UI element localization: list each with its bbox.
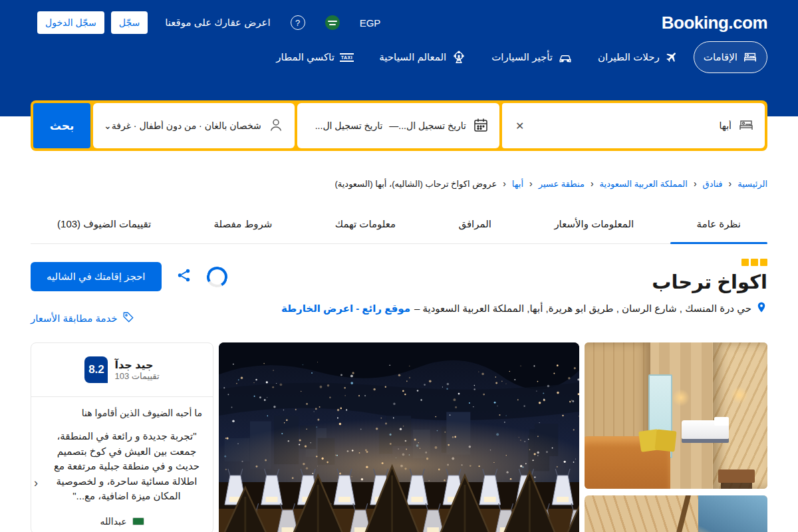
guests-field[interactable]: شخصان بالغان · من دون أطفال · غرفة ⌄: [93, 103, 295, 148]
nav-car-rentals[interactable]: تأجير السيارات: [481, 41, 583, 73]
question-mark-icon: ?: [291, 15, 305, 30]
loading-spinner: [204, 264, 229, 289]
header-top-row: Booking.com EGP ? اعرض عقارك على موقعنا …: [31, 0, 767, 35]
breadcrumb-separator: ‹: [529, 178, 533, 189]
photo-decor: [655, 430, 677, 452]
plane-icon: [665, 51, 678, 64]
bed-icon: [743, 50, 757, 65]
tab-guest-reviews[interactable]: تقييمات الضيوف (103): [31, 209, 178, 243]
breadcrumb-country[interactable]: المملكة العربية السعودية: [600, 179, 688, 189]
nav-flights[interactable]: رحلات الطيران: [588, 42, 688, 72]
nav-label: المعالم السياحية: [379, 51, 446, 63]
tab-overview[interactable]: نظرة عامة: [670, 209, 767, 243]
breadcrumb-city[interactable]: أبها: [512, 179, 523, 189]
property-title: اكواخ ترحاب: [227, 271, 767, 293]
breadcrumb-region[interactable]: منطقة عسير: [539, 179, 585, 189]
breadcrumb-current: عروض اكواخ ترحاب (الشاليه)، أبها (السعود…: [334, 179, 497, 189]
photo-decor: [698, 495, 768, 532]
chevron-down-icon: ⌄: [104, 120, 112, 131]
photo-decor: [718, 469, 755, 483]
calendar-icon: [473, 117, 489, 135]
photo-decor: [672, 389, 690, 406]
dates-separator: —: [389, 120, 398, 131]
nav-label: تاكسي المطار: [276, 51, 334, 63]
help-button[interactable]: ?: [291, 15, 305, 30]
reviewer-name: عبدالله: [100, 516, 126, 527]
photo-decor: [713, 342, 768, 489]
taxi-icon: TAXI: [340, 53, 354, 62]
search-bar: أبها ✕ تاريخ تسجيل ال... — تاريخ تسجيل ا…: [31, 100, 767, 151]
guests-liked-section: ما أحبه الضيوف الذين أقاموا هنا "تجربة ج…: [31, 397, 213, 532]
currency-selector[interactable]: EGP: [360, 17, 381, 29]
reviewer-row: عبدالله: [42, 516, 202, 527]
booking-logo[interactable]: Booking.com: [662, 13, 767, 33]
review-score-row[interactable]: جيد جدآ 103 تقييمات 8.2: [31, 343, 213, 397]
bed-icon: [738, 117, 754, 135]
nav-label: الإقامات: [704, 51, 737, 63]
night-city-photo[interactable]: [219, 342, 579, 532]
breadcrumb-separator: ‹: [694, 178, 697, 189]
guests-liked-title: ما أحبه الضيوف الذين أقاموا هنا: [42, 408, 202, 418]
review-count: 103 تقييمات: [114, 371, 159, 381]
reviewer-country-flag: [132, 517, 144, 525]
cabin-ceiling-photo[interactable]: [585, 495, 767, 532]
share-icon[interactable]: [176, 267, 192, 286]
person-icon: [268, 117, 284, 135]
book-stay-button[interactable]: احجز إقامتك في الشاليه: [31, 262, 162, 291]
tab-facilities[interactable]: المرافق: [432, 209, 518, 243]
header-nav: الإقامات رحلات الطيران تأجير السيارات: [31, 41, 767, 73]
clear-destination-icon[interactable]: ✕: [513, 117, 527, 135]
photo-decor: [714, 417, 729, 426]
photo-decor: [731, 386, 748, 404]
location-pin-icon: [755, 301, 767, 315]
tab-fine-print[interactable]: شروط مفصلة: [188, 209, 299, 243]
address-text: حي درة المنسك , شارع الرسان , طريق ابو ه…: [414, 303, 751, 315]
review-score-label: جيد جدآ: [114, 358, 159, 371]
tab-good-to-know[interactable]: معلومات تهمك: [309, 209, 422, 243]
nav-attractions[interactable]: المعالم السياحية: [369, 41, 476, 73]
photo-decor: [219, 342, 579, 532]
breadcrumb-hotels[interactable]: فنادق: [703, 179, 723, 189]
language-selector[interactable]: [325, 15, 340, 30]
destination-value: أبها: [719, 120, 732, 131]
property-tabs: نظرة عامة المعلومات والأسعار المرافق معل…: [31, 209, 767, 244]
breadcrumb-separator: ‹: [503, 178, 506, 189]
review-sidebar: جيد جدآ 103 تقييمات 8.2 ما أحبه الضيوف ا…: [31, 342, 213, 532]
review-card: جيد جدآ 103 تقييمات 8.2 ما أحبه الضيوف ا…: [31, 342, 213, 532]
price-match-label: خدمة مطابقة الأسعار: [31, 313, 118, 325]
breadcrumb-separator: ‹: [729, 178, 732, 189]
carousel-prev-icon[interactable]: ‹: [34, 476, 38, 490]
breadcrumb: الرئيسية ‹ فنادق ‹ المملكة العربية السعو…: [31, 178, 767, 189]
property-header: اكواخ ترحاب حي درة المنسك , شارع الرسان …: [227, 259, 767, 325]
breadcrumb-home[interactable]: الرئيسية: [737, 179, 767, 189]
review-score-badge: 8.2: [84, 356, 108, 383]
nav-label: رحلات الطيران: [598, 51, 660, 63]
photo-column: [585, 342, 767, 532]
destination-field[interactable]: أبها ✕: [502, 103, 765, 148]
show-map-link[interactable]: موقع رائع - اعرض الخارطة: [281, 303, 410, 315]
saudi-flag-icon: [325, 15, 340, 30]
property-address: حي درة المنسك , شارع الرسان , طريق ابو ه…: [227, 301, 767, 315]
checkin-value: تاريخ تسجيل ال...: [398, 120, 466, 131]
property-rating-squares: [227, 259, 767, 266]
search-button[interactable]: بحث: [33, 103, 90, 148]
dates-field[interactable]: تاريخ تسجيل ال... — تاريخ تسجيل ال...: [297, 103, 499, 148]
list-property-link[interactable]: اعرض عقارك على موقعنا: [165, 17, 270, 29]
nav-label: تأجير السيارات: [491, 51, 553, 63]
nav-airport-taxis[interactable]: TAXI تاكسي المطار: [266, 43, 364, 72]
tag-icon: [122, 311, 134, 325]
breadcrumb-separator: ‹: [591, 178, 594, 189]
sign-in-button[interactable]: سجّل الدخول: [37, 11, 104, 34]
car-icon: [558, 50, 573, 65]
checkout-value: تاريخ تسجيل ال...: [315, 120, 383, 131]
cabin-interior-photo[interactable]: [585, 342, 767, 489]
review-quote: "تجربة جديدة و رائعة في المنطقة، جمعت بي…: [42, 429, 202, 504]
register-button[interactable]: سجّل: [111, 11, 148, 34]
nav-stays[interactable]: الإقامات: [694, 41, 767, 73]
ferris-wheel-icon: [452, 50, 466, 65]
guests-value: شخصان بالغان · من دون أطفال · غرفة: [112, 120, 261, 131]
photo-decor: [652, 495, 691, 532]
price-match-link[interactable]: خدمة مطابقة الأسعار: [31, 311, 134, 325]
top-header: Booking.com EGP ? اعرض عقارك على موقعنا …: [0, 0, 798, 116]
tab-info-prices[interactable]: المعلومات والأسعار: [527, 209, 660, 243]
